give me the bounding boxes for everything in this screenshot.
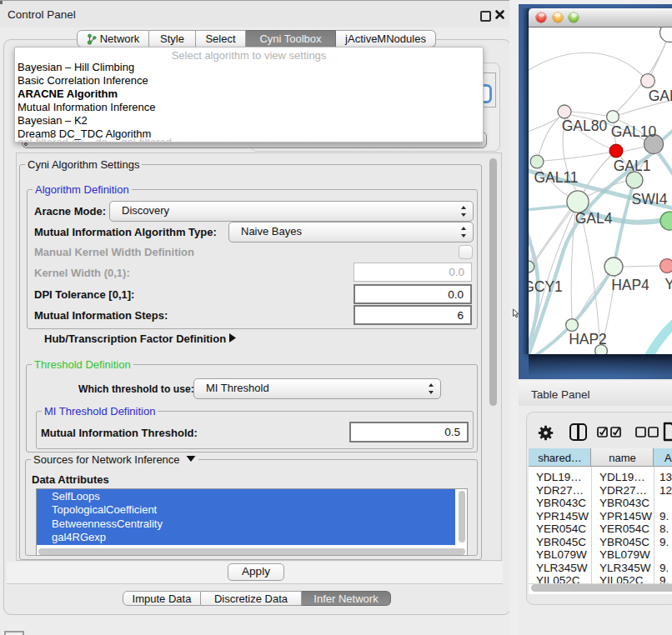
svg-text:Y: Y (664, 276, 672, 292)
svg-text:GAL11: GAL11 (534, 169, 578, 186)
svg-text:GAL1: GAL1 (614, 158, 651, 174)
svg-text:HAP4: HAP4 (611, 277, 649, 293)
svg-text:GAL80: GAL80 (562, 118, 608, 134)
svg-text:GAL10: GAL10 (611, 123, 657, 140)
svg-text:GAL7: GAL7 (649, 88, 672, 104)
svg-text:SWI4: SWI4 (632, 191, 668, 208)
svg-text:GAL4: GAL4 (575, 210, 613, 227)
svg-text:HAP2: HAP2 (569, 331, 607, 348)
svg-text:GCY1: GCY1 (529, 278, 563, 295)
